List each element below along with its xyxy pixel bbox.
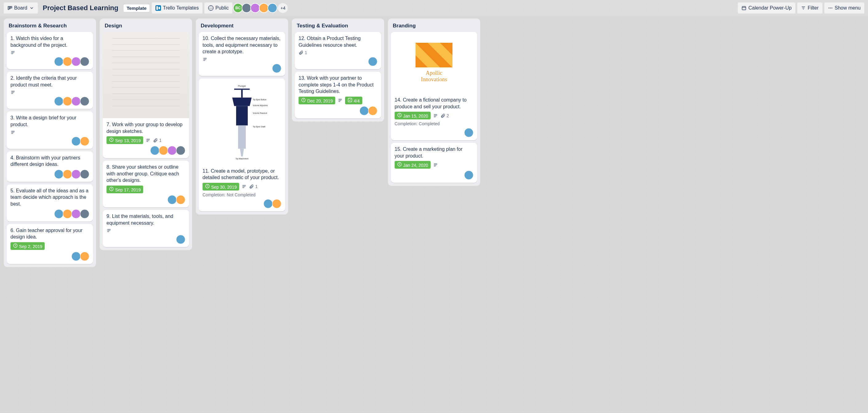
avatar[interactable] bbox=[150, 146, 159, 155]
clock-icon bbox=[205, 184, 210, 189]
svg-text:Tip Eject Shaft: Tip Eject Shaft bbox=[253, 126, 265, 128]
view-switcher-button[interactable]: Board bbox=[4, 2, 38, 13]
list-title[interactable]: Branding bbox=[391, 22, 477, 30]
avatar[interactable] bbox=[159, 146, 168, 155]
avatar[interactable] bbox=[272, 199, 281, 208]
svg-text:Plunger: Plunger bbox=[238, 84, 246, 87]
avatar[interactable] bbox=[71, 252, 81, 261]
card[interactable]: 3. Write a design brief for your product… bbox=[7, 112, 93, 149]
due-date-badge[interactable]: Sep 13, 2019 bbox=[106, 136, 143, 144]
avatar[interactable] bbox=[54, 57, 63, 66]
avatar[interactable] bbox=[176, 235, 185, 244]
filter-button[interactable]: Filter bbox=[797, 2, 823, 13]
avatar[interactable] bbox=[264, 199, 273, 208]
due-date-badge[interactable]: Jan 24, 2020 bbox=[395, 161, 431, 169]
card-members bbox=[203, 199, 281, 208]
workspace-button[interactable]: Trello Templates bbox=[152, 2, 203, 13]
attachment-icon bbox=[299, 50, 304, 55]
card[interactable]: 2. Identify the criteria that your produ… bbox=[7, 72, 93, 109]
board-canvas[interactable]: Brainstorm & Research1. Watch this video… bbox=[0, 16, 868, 269]
avatar[interactable] bbox=[71, 137, 81, 146]
board-header: Board Project Based Learning Template Tr… bbox=[0, 0, 868, 16]
list[interactable]: BrandingApollicInnovations14. Create a f… bbox=[388, 19, 480, 186]
avatar[interactable] bbox=[80, 209, 89, 219]
card[interactable]: 5. Evaluate all of the ideas and as a te… bbox=[7, 184, 93, 222]
avatar[interactable] bbox=[80, 252, 89, 261]
avatar[interactable] bbox=[71, 209, 81, 219]
list[interactable]: Testing & Evaluation12. Obtain a Product… bbox=[292, 19, 384, 122]
due-date-badge[interactable]: Sep 30, 2019 bbox=[203, 183, 239, 190]
description-badge bbox=[203, 57, 208, 62]
avatar[interactable] bbox=[54, 97, 63, 106]
list[interactable]: Development10. Collect the necessary mat… bbox=[196, 19, 288, 215]
avatar[interactable] bbox=[63, 97, 72, 106]
card[interactable]: 8. Share your sketches or outline with a… bbox=[103, 161, 189, 208]
board-title[interactable]: Project Based Learning bbox=[40, 4, 122, 12]
card[interactable]: 6. Gain teacher approval for your design… bbox=[7, 224, 93, 264]
calendar-powerup-button[interactable]: Calendar Power-Up bbox=[738, 2, 795, 13]
clock-icon bbox=[301, 98, 306, 102]
template-badge[interactable]: Template bbox=[123, 4, 150, 12]
avatar[interactable] bbox=[54, 169, 63, 179]
avatar[interactable] bbox=[464, 128, 473, 137]
avatar[interactable] bbox=[63, 209, 72, 219]
avatar[interactable] bbox=[80, 137, 89, 146]
avatar[interactable] bbox=[360, 106, 369, 116]
card-members bbox=[395, 170, 473, 180]
due-date-badge[interactable]: Sep 17, 2019 bbox=[106, 186, 143, 193]
avatar[interactable] bbox=[167, 195, 177, 204]
avatar[interactable] bbox=[80, 57, 89, 66]
list-title[interactable]: Testing & Evaluation bbox=[295, 22, 381, 30]
due-date-badge[interactable]: Dec 20, 2019 bbox=[299, 97, 335, 104]
card[interactable]: 12. Obtain a Product Testing Guidelines … bbox=[295, 32, 381, 69]
svg-rect-41 bbox=[234, 89, 250, 90]
card[interactable]: ApollicInnovations14. Create a fictional… bbox=[391, 32, 477, 140]
card[interactable]: 1. Watch this video for a background of … bbox=[7, 32, 93, 69]
card[interactable]: 13. Work with your partner to complete s… bbox=[295, 72, 381, 119]
card[interactable]: 7. Work with your group to develop desig… bbox=[103, 32, 189, 158]
list[interactable]: Brainstorm & Research1. Watch this video… bbox=[4, 19, 96, 267]
avatar[interactable] bbox=[464, 170, 473, 180]
card[interactable]: 15. Create a marketing plan for your pro… bbox=[391, 143, 477, 183]
avatar[interactable] bbox=[368, 106, 377, 116]
card[interactable]: 4. Brainstorm with your partners differe… bbox=[7, 151, 93, 182]
avatar-more[interactable]: +4 bbox=[278, 3, 288, 13]
description-icon bbox=[10, 130, 16, 135]
completion-text: Completion: Completed bbox=[395, 121, 473, 126]
avatar[interactable] bbox=[54, 209, 63, 219]
list-title[interactable]: Design bbox=[103, 22, 189, 30]
due-date-badge[interactable]: Jan 15, 2020 bbox=[395, 112, 431, 119]
card-members bbox=[395, 128, 473, 137]
avatar[interactable] bbox=[176, 195, 185, 204]
avatar[interactable] bbox=[63, 57, 72, 66]
avatar[interactable] bbox=[268, 3, 277, 13]
avatar[interactable] bbox=[368, 57, 377, 66]
avatar[interactable] bbox=[80, 169, 89, 179]
card[interactable]: 10. Collect the necessary materials, too… bbox=[199, 32, 285, 76]
avatar[interactable] bbox=[167, 146, 177, 155]
svg-rect-2 bbox=[11, 6, 12, 8]
list-title[interactable]: Development bbox=[199, 22, 285, 30]
card[interactable]: PlungerTip Eject ButtonVolume Adjustment… bbox=[199, 78, 285, 212]
card-members bbox=[299, 57, 377, 66]
attachment-badge: 2 bbox=[440, 113, 449, 118]
calendar-icon bbox=[742, 5, 746, 10]
visibility-button[interactable]: Public bbox=[205, 2, 233, 13]
list[interactable]: Design7. Work with your group to develop… bbox=[100, 19, 192, 250]
avatar[interactable] bbox=[272, 64, 281, 73]
avatar[interactable] bbox=[71, 57, 81, 66]
list-title[interactable]: Brainstorm & Research bbox=[7, 22, 93, 30]
avatar[interactable] bbox=[176, 146, 185, 155]
avatar[interactable] bbox=[71, 169, 81, 179]
checklist-icon bbox=[347, 98, 352, 102]
board-members[interactable]: BC +4 bbox=[234, 3, 288, 13]
show-menu-button[interactable]: Show menu bbox=[824, 2, 865, 13]
filter-label: Filter bbox=[808, 5, 819, 11]
due-date-badge[interactable]: Sep 2, 2019 bbox=[10, 242, 44, 250]
cover-text: Apollic bbox=[426, 70, 442, 76]
trello-logo-icon bbox=[155, 5, 161, 11]
avatar[interactable] bbox=[63, 169, 72, 179]
avatar[interactable] bbox=[71, 97, 81, 106]
avatar[interactable] bbox=[80, 97, 89, 106]
card[interactable]: 9. List the materials, tools, and equipm… bbox=[103, 210, 189, 247]
